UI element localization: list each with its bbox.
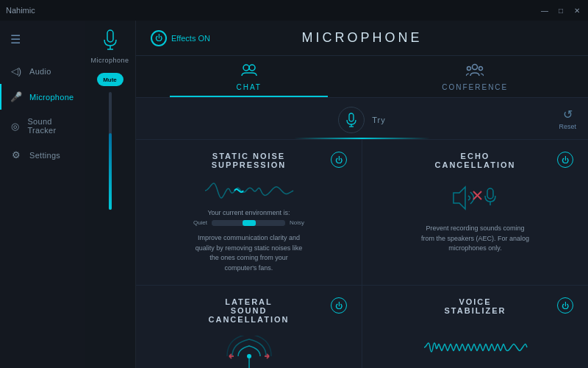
settings-label: Settings [29, 151, 60, 160]
try-section: Try ↺ Reset [136, 98, 588, 140]
sidebar-item-microphone[interactable]: 🎤 Microphone [0, 84, 85, 110]
echo-cancel-card: ECHOCANCELLATION ⏻ [362, 140, 588, 285]
static-noise-visual [205, 180, 293, 202]
static-noise-card: STATIC NOISESUPPRESSION ⏻ Your current e… [136, 140, 362, 285]
svg-rect-14 [487, 188, 493, 199]
app-layout: ☰ ◁) Audio 🎤 Microphone ◎ Sound Tracker … [0, 21, 588, 368]
svg-point-16 [247, 354, 251, 358]
voice-stabilizer-visual [424, 333, 527, 362]
volume-fill [109, 133, 112, 210]
reset-button[interactable]: ↺ Reset [559, 107, 576, 130]
echo-cancel-visual [446, 180, 505, 216]
audio-label: Audio [29, 67, 51, 76]
page-title: MICROPHONE [301, 30, 422, 46]
static-noise-header: STATIC NOISESUPPRESSION ⏻ [151, 152, 347, 169]
mic-strip-label: Microphone [90, 57, 129, 64]
echo-cancel-power-button[interactable]: ⏻ [557, 152, 573, 168]
volume-slider[interactable] [109, 92, 112, 210]
sidebar: ☰ ◁) Audio 🎤 Microphone ◎ Sound Tracker … [0, 21, 85, 368]
tab-conference[interactable]: CONFERENCE [362, 56, 589, 97]
echo-cancel-title: ECHOCANCELLATION [435, 152, 516, 169]
svg-point-7 [479, 67, 483, 71]
noise-meter: Quiet Noisy [193, 219, 304, 226]
lateral-sound-header: LATERAL SOUNDCANCELLATION ⏻ [151, 297, 347, 324]
mic-strip: Microphone Mute [85, 21, 136, 368]
quiet-label: Quiet [193, 219, 207, 226]
noise-indicator [243, 220, 256, 226]
noise-bar [212, 220, 285, 226]
lateral-sound-power-button[interactable]: ⏻ [331, 297, 347, 314]
voice-stabilizer-header: VOICE STABILIZER ⏻ [377, 297, 573, 315]
voice-stabilizer-power-button[interactable]: ⏻ [557, 297, 573, 314]
microphone-label: Microphone [29, 93, 74, 102]
echo-cancel-header: ECHOCANCELLATION ⏻ [377, 152, 573, 169]
cards-grid: STATIC NOISESUPPRESSION ⏻ Your current e… [136, 140, 588, 368]
microphone-sidebar-icon: 🎤 [10, 91, 22, 102]
reset-label: Reset [559, 123, 576, 130]
chat-tab-icon [240, 63, 258, 80]
window-controls: — □ ✕ [539, 5, 582, 15]
sidebar-item-sound-tracker[interactable]: ◎ Sound Tracker [0, 110, 85, 142]
lateral-sound-card: LATERAL SOUNDCANCELLATION ⏻ [136, 286, 362, 368]
sound-tracker-icon: ◎ [10, 121, 20, 132]
voice-stabilizer-card: VOICE STABILIZER ⏻ [362, 286, 588, 368]
app-title: Nahimic [6, 6, 35, 15]
conference-tab-label: CONFERENCE [442, 83, 508, 91]
mic-strip-icon [102, 29, 118, 54]
main-content: ⏻ Effects ON MICROPHONE CHAT [136, 21, 588, 368]
try-underline [294, 138, 430, 139]
settings-icon: ⚙ [10, 149, 22, 160]
svg-rect-8 [349, 113, 354, 121]
sound-tracker-label: Sound Tracker [27, 117, 74, 135]
audio-icon: ◁) [10, 66, 22, 77]
try-label: Try [372, 116, 385, 124]
svg-point-6 [467, 67, 471, 71]
env-label: Your current environment is: [207, 209, 290, 216]
voice-stabilizer-title: VOICE STABILIZER [442, 297, 508, 315]
hamburger-menu[interactable]: ☰ [0, 26, 85, 52]
effects-circle-icon: ⏻ [151, 30, 167, 46]
svg-point-5 [473, 65, 478, 70]
sidebar-item-audio[interactable]: ◁) Audio [0, 58, 85, 84]
sidebar-item-settings[interactable]: ⚙ Settings [0, 142, 85, 168]
tab-chat[interactable]: CHAT [136, 56, 362, 97]
svg-point-3 [243, 65, 249, 71]
static-noise-power-button[interactable]: ⏻ [331, 152, 347, 168]
mute-button[interactable]: Mute [97, 73, 123, 86]
main-header: ⏻ Effects ON MICROPHONE [136, 21, 588, 56]
svg-marker-11 [453, 187, 465, 209]
conference-tab-icon [466, 63, 484, 80]
svg-point-4 [249, 65, 255, 71]
lateral-sound-title: LATERAL SOUNDCANCELLATION [209, 297, 290, 324]
chat-tab-label: CHAT [237, 83, 262, 91]
effects-label: Effects ON [171, 34, 210, 43]
maximize-button[interactable]: □ [556, 5, 566, 15]
static-noise-title: STATIC NOISESUPPRESSION [212, 152, 286, 169]
try-mic-button[interactable] [338, 107, 365, 133]
reset-icon: ↺ [563, 107, 573, 121]
svg-rect-0 [107, 30, 113, 42]
minimize-button[interactable]: — [539, 5, 550, 15]
static-noise-description: Improve communication clarity andquality… [196, 233, 303, 273]
echo-cancel-description: Prevent recording sounds comingfrom the … [421, 224, 529, 254]
noisy-label: Noisy [290, 219, 304, 226]
lateral-sound-visual [223, 336, 275, 368]
close-button[interactable]: ✕ [572, 5, 582, 15]
effects-toggle[interactable]: ⏻ Effects ON [151, 30, 210, 46]
tabs-bar: CHAT CONFERENCE [136, 56, 588, 98]
titlebar: Nahimic — □ ✕ [0, 0, 588, 21]
